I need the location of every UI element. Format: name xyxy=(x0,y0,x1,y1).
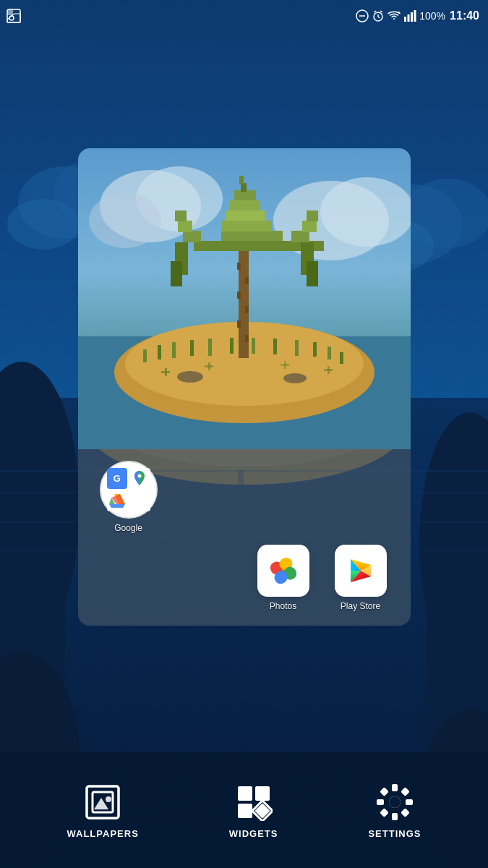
svg-point-83 xyxy=(9,16,14,20)
svg-rect-107 xyxy=(172,342,176,358)
svg-rect-95 xyxy=(414,10,416,22)
svg-rect-92 xyxy=(404,17,406,22)
photos-icon xyxy=(257,545,309,597)
wallpapers-icon xyxy=(82,782,123,822)
svg-rect-111 xyxy=(252,338,255,354)
dnd-icon xyxy=(356,9,369,22)
svg-rect-177 xyxy=(406,799,413,805)
svg-point-152 xyxy=(283,373,307,383)
folder-preview xyxy=(78,148,411,449)
battery-text: 100% xyxy=(419,10,445,22)
svg-rect-121 xyxy=(245,306,249,313)
svg-rect-130 xyxy=(226,210,265,221)
status-bar: 100% 11:40 xyxy=(0,0,488,32)
playstore-app-label: Play Store xyxy=(341,601,380,611)
svg-rect-131 xyxy=(230,200,260,210)
alarm-icon xyxy=(372,9,385,22)
google-app-item[interactable]: G xyxy=(93,461,164,533)
svg-rect-180 xyxy=(380,808,389,817)
svg-rect-120 xyxy=(237,292,241,299)
svg-rect-114 xyxy=(313,342,317,357)
svg-rect-94 xyxy=(411,12,413,22)
svg-rect-175 xyxy=(392,813,398,820)
empty-slot-3 xyxy=(325,461,396,533)
svg-rect-129 xyxy=(221,221,272,231)
svg-rect-105 xyxy=(143,349,147,362)
status-left xyxy=(6,8,22,24)
drive-mini xyxy=(107,491,128,512)
folder-overlay: G xyxy=(78,148,411,626)
empty-slot-1 xyxy=(170,461,241,533)
widgets-icon xyxy=(234,782,274,822)
time-text: 11:40 xyxy=(450,9,479,22)
wallpapers-button[interactable]: WALLPAPERS xyxy=(67,782,138,839)
google-app-label: Google xyxy=(114,523,142,533)
playstore-icon xyxy=(335,545,387,597)
svg-rect-146 xyxy=(208,362,210,370)
empty-slot-2 xyxy=(247,461,319,533)
settings-icon xyxy=(374,782,415,822)
maps-mini xyxy=(129,468,150,489)
svg-rect-113 xyxy=(295,340,299,356)
svg-marker-157 xyxy=(109,504,125,508)
widgets-button[interactable]: WIDGETS xyxy=(229,782,278,839)
settings-label: SETTINGS xyxy=(368,828,421,839)
app-grid: G xyxy=(78,449,411,626)
svg-rect-135 xyxy=(302,221,317,232)
svg-point-153 xyxy=(138,475,142,478)
svg-point-10 xyxy=(7,199,80,250)
google-g-mini: G xyxy=(107,468,128,489)
svg-rect-108 xyxy=(190,340,194,356)
svg-rect-112 xyxy=(273,339,277,354)
svg-rect-82 xyxy=(7,9,13,15)
svg-line-90 xyxy=(380,11,382,12)
svg-point-167 xyxy=(106,796,111,802)
bottom-bar: WALLPAPERS WIDGETS xyxy=(0,752,488,868)
photos-app-item[interactable]: Photos xyxy=(247,545,319,611)
svg-rect-148 xyxy=(284,361,286,369)
svg-rect-109 xyxy=(208,339,212,356)
svg-rect-125 xyxy=(183,231,201,242)
svg-point-102 xyxy=(320,177,411,247)
wallpapers-label: WALLPAPERS xyxy=(67,828,138,839)
playstore-app-item[interactable]: Play Store xyxy=(325,545,396,611)
widgets-label: WIDGETS xyxy=(229,828,278,839)
svg-rect-106 xyxy=(158,345,161,359)
wifi-icon xyxy=(388,9,401,22)
svg-rect-123 xyxy=(245,335,249,342)
svg-rect-140 xyxy=(307,261,318,286)
svg-rect-127 xyxy=(175,210,187,221)
photos-app-label: Photos xyxy=(270,601,296,611)
svg-rect-179 xyxy=(401,787,410,796)
svg-rect-134 xyxy=(291,231,309,242)
empty-slot-8 xyxy=(93,545,164,611)
svg-rect-178 xyxy=(380,787,389,796)
svg-rect-176 xyxy=(377,799,384,805)
svg-rect-181 xyxy=(401,808,410,817)
signal-icon xyxy=(403,9,416,22)
empty-slot-9 xyxy=(170,545,241,611)
svg-point-182 xyxy=(389,796,401,808)
folder-empty-slot xyxy=(129,491,150,512)
svg-point-151 xyxy=(177,371,203,383)
settings-button[interactable]: SETTINGS xyxy=(368,782,421,839)
svg-rect-138 xyxy=(171,261,182,286)
google-folder-icon: G xyxy=(100,461,158,519)
svg-rect-122 xyxy=(237,320,241,328)
svg-rect-168 xyxy=(238,786,252,801)
svg-rect-150 xyxy=(328,366,330,374)
svg-rect-119 xyxy=(245,277,249,284)
svg-line-89 xyxy=(374,11,376,12)
svg-rect-132 xyxy=(234,190,256,200)
svg-rect-126 xyxy=(178,221,192,232)
svg-line-88 xyxy=(378,17,380,18)
svg-rect-169 xyxy=(255,786,270,801)
status-right: 100% 11:40 xyxy=(356,9,479,22)
svg-rect-128 xyxy=(221,231,283,241)
svg-rect-142 xyxy=(239,176,244,184)
svg-rect-174 xyxy=(392,784,398,791)
svg-rect-136 xyxy=(307,210,318,221)
svg-rect-144 xyxy=(165,368,167,376)
svg-rect-116 xyxy=(340,352,343,364)
svg-rect-170 xyxy=(238,804,252,818)
